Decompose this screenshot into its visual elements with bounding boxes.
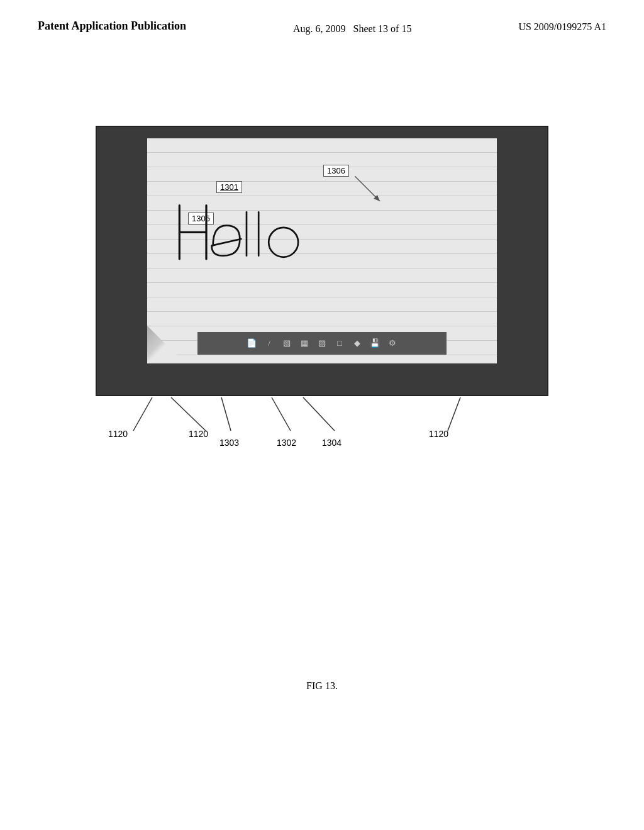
labels-below: 1120 1120 1303 1302 1304 1120 — [96, 396, 548, 453]
publication-title: Patent Application Publication — [38, 19, 186, 33]
publication-date: Aug. 6, 2009 — [293, 23, 346, 34]
device-toolbar: 📄 / ▧ ▦ ▨ □ ◆ 💾 ⚙ — [197, 332, 447, 355]
callout-1120-far-left: 1120 — [108, 429, 128, 439]
toolbar-icon-4[interactable]: ▦ — [297, 336, 311, 350]
paper-area: 1301 1306 1305 — [147, 138, 497, 363]
svg-line-4 — [171, 397, 206, 431]
svg-point-2 — [269, 228, 298, 257]
svg-line-7 — [303, 397, 335, 431]
toolbar-icon-1[interactable]: 📄 — [245, 336, 258, 350]
header-center: Aug. 6, 2009 Sheet 13 of 15 — [293, 19, 411, 36]
toolbar-icon-9[interactable]: ⚙ — [386, 336, 399, 350]
svg-line-3 — [133, 397, 152, 431]
label-1306: 1306 — [323, 165, 349, 177]
callout-1303: 1303 — [219, 438, 239, 448]
paper-curl — [147, 326, 185, 363]
figure-container: 1301 1306 1305 — [50, 126, 594, 453]
callout-1120-right: 1120 — [429, 429, 448, 439]
sheet-info: Sheet 13 of 15 — [353, 23, 412, 34]
patent-number: US 2009/0199275 A1 — [518, 19, 606, 33]
header: Patent Application Publication Aug. 6, 2… — [0, 19, 644, 36]
callout-1304: 1304 — [322, 438, 341, 448]
toolbar-icon-3[interactable]: ▧ — [280, 336, 294, 350]
callout-1302: 1302 — [277, 438, 296, 448]
svg-line-8 — [448, 397, 460, 431]
handwriting — [166, 176, 367, 302]
svg-line-5 — [221, 397, 231, 431]
device-screen: 1301 1306 1305 — [147, 138, 497, 363]
svg-line-6 — [272, 397, 291, 431]
screenshot-area: 1301 1306 1305 — [96, 126, 548, 396]
toolbar-icon-7[interactable]: ◆ — [350, 336, 364, 350]
toolbar-icon-6[interactable]: □ — [333, 336, 347, 350]
toolbar-icon-2[interactable]: / — [262, 336, 276, 350]
toolbar-icon-5[interactable]: ▨ — [315, 336, 329, 350]
callout-1120-mid: 1120 — [189, 429, 208, 439]
toolbar-icon-8[interactable]: 💾 — [368, 336, 382, 350]
fig-caption: FIG 13. — [0, 680, 644, 692]
page: Patent Application Publication Aug. 6, 2… — [0, 0, 644, 830]
